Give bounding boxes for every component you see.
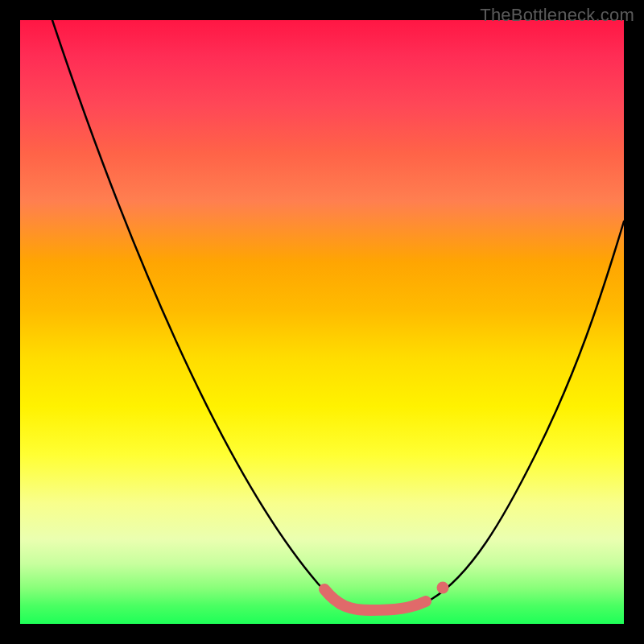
highlight-endpoint	[437, 582, 449, 594]
chart-container: TheBottleneck.com	[0, 0, 644, 644]
highlight-segment	[324, 589, 426, 610]
curve-overlay	[20, 20, 624, 624]
watermark-text: TheBottleneck.com	[480, 5, 634, 26]
bottleneck-curve	[52, 20, 624, 610]
plot-area	[20, 20, 624, 624]
